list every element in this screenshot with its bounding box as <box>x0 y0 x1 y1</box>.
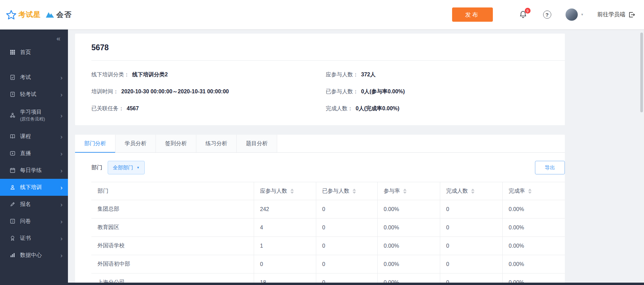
sort-icon[interactable] <box>471 189 475 194</box>
brand-primary-text: 考试星 <box>18 10 41 19</box>
department-table: 部门 应参与人数 已参与人数 参与率 <box>91 182 565 285</box>
analysis-card: 部门分析 学员分析 签到分析 练习分析 题目分析 部门 全部部门 ▼ 导出 <box>75 135 565 285</box>
detail-value: 线下培训分类2 <box>132 71 168 78</box>
chevron-right-icon: › <box>60 150 62 157</box>
sort-icon[interactable] <box>528 189 532 194</box>
tab-question-analysis[interactable]: 题目分析 <box>237 135 277 152</box>
column-header-completion-rate[interactable]: 完成率 <box>502 182 565 200</box>
chevron-right-icon: › <box>60 218 62 225</box>
detail-label: 线下培训分类： <box>91 71 129 78</box>
detail-completed: 完成人数： 0人(完成率0.00%) <box>326 100 565 117</box>
course-book-icon <box>10 133 16 139</box>
detail-label: 已关联任务： <box>91 105 124 112</box>
sidebar-item-exam[interactable]: 考试 › <box>0 69 68 86</box>
table-cell: 0 <box>316 200 377 218</box>
chevron-right-icon: › <box>60 91 62 98</box>
detail-value: 0人(参与率0.00%) <box>361 88 405 95</box>
exit-arrow-icon <box>628 11 635 18</box>
sidebar-collapse-button[interactable]: « <box>0 30 68 44</box>
sidebar-item-course[interactable]: 课程 › <box>0 128 68 145</box>
brand-logo[interactable]: 考试星 会否 <box>0 10 72 20</box>
department-cell: 外国语学校 <box>91 237 254 255</box>
sidebar-item-label: 课程 <box>20 133 60 140</box>
vertical-scrollbar[interactable] <box>640 33 643 112</box>
sort-icon[interactable] <box>403 189 407 194</box>
column-header-participation-rate[interactable]: 参与率 <box>377 182 440 200</box>
tab-checkin-analysis[interactable]: 签到分析 <box>156 135 196 152</box>
table-cell: 0.00% <box>377 200 440 218</box>
sidebar-item-label: 问卷 <box>20 218 60 225</box>
table-cell: 0 <box>254 255 316 273</box>
offline-training-icon <box>10 184 16 190</box>
table-cell: 0.00% <box>377 255 440 273</box>
department-cell: 集团总部 <box>91 200 254 218</box>
detail-category: 线下培训分类： 线下培训分类2 <box>91 66 326 83</box>
sort-icon[interactable] <box>353 189 356 194</box>
header-actions: 发布 9 ? ▼ 前往学员端 <box>452 7 644 22</box>
tab-student-analysis[interactable]: 学员分析 <box>115 135 156 152</box>
portal-label: 前往学员端 <box>597 11 626 18</box>
export-button[interactable]: 导出 <box>535 161 565 174</box>
department-cell: 外国语初中部 <box>91 255 254 273</box>
chevron-right-icon: › <box>60 201 62 208</box>
department-dropdown-value: 全部部门 <box>113 165 133 171</box>
sidebar-item-live[interactable]: 直播 › <box>0 145 68 162</box>
department-filter-label: 部门 <box>91 164 102 171</box>
caret-down-icon: ▼ <box>137 166 140 169</box>
star-logo-icon <box>6 10 16 20</box>
sidebar-item-light-exam[interactable]: 轻考试 › <box>0 86 68 103</box>
table-cell: 0 <box>316 255 377 273</box>
notification-bell[interactable]: 9 <box>519 10 527 19</box>
column-header-completed[interactable]: 完成人数 <box>440 182 502 200</box>
table-row: 外国语学校 1 0 0.00% 0 0.00% <box>91 237 565 255</box>
detail-time: 培训时间： 2020-10-30 00:00:00～2020-10-31 00:… <box>91 83 326 100</box>
chevron-right-icon: › <box>60 235 62 242</box>
training-overview-card: 5678 线下培训分类： 线下培训分类2 培训时间： 2020-10-30 00… <box>75 34 565 125</box>
column-header-expected[interactable]: 应参与人数 <box>254 182 316 200</box>
sidebar-item-survey[interactable]: ? 问卷 › <box>0 213 68 230</box>
sidebar-item-data-center[interactable]: 数据中心 › <box>0 247 68 264</box>
learning-project-icon <box>10 112 16 118</box>
table-row: 集团总部 242 0 0.00% 0 0.00% <box>91 200 565 218</box>
detail-value: 0人(完成率0.00%) <box>356 105 399 112</box>
table-cell: 4 <box>254 218 316 237</box>
exam-icon <box>10 74 16 80</box>
filter-row: 部门 全部部门 ▼ 导出 <box>75 153 565 174</box>
sidebar-item-home[interactable]: 首页 <box>0 44 68 60</box>
detail-label: 已参与人数： <box>326 88 358 95</box>
bottom-bar <box>0 283 644 285</box>
student-portal-link[interactable]: 前往学员端 <box>597 11 636 18</box>
sidebar-item-label: 每日学练 <box>20 167 60 174</box>
collapse-icon: « <box>56 34 60 42</box>
help-icon[interactable]: ? <box>543 11 551 19</box>
detail-expected-participants: 应参与人数： 372人 <box>326 66 565 83</box>
sidebar-item-registration[interactable]: 报名 › <box>0 196 68 213</box>
table-cell: 0 <box>440 237 502 255</box>
sidebar-item-learning-project[interactable]: 学习项目 (原任务流程) › <box>0 103 68 128</box>
chevron-right-icon: › <box>60 133 62 140</box>
table-cell: 0.00% <box>377 237 440 255</box>
sidebar-item-daily-practice[interactable]: 每日学练 › <box>0 162 68 179</box>
chevron-right-icon: › <box>60 74 62 81</box>
department-dropdown[interactable]: 全部部门 ▼ <box>108 161 145 174</box>
tab-department-analysis[interactable]: 部门分析 <box>75 135 115 152</box>
sort-icon[interactable] <box>290 189 294 194</box>
table-cell: 0 <box>440 218 502 237</box>
publish-button[interactable]: 发布 <box>452 7 493 22</box>
detail-actual-participants: 已参与人数： 0人(参与率0.00%) <box>326 83 565 100</box>
sidebar-item-label: 轻考试 <box>20 91 60 98</box>
tab-practice-analysis[interactable]: 练习分析 <box>196 135 237 152</box>
chevron-down-icon: ▼ <box>581 13 584 16</box>
column-header-department: 部门 <box>91 182 254 200</box>
main-content: 5678 线下培训分类： 线下培训分类2 培训时间： 2020-10-30 00… <box>68 30 644 285</box>
user-menu[interactable]: ▼ <box>566 8 584 21</box>
table-cell: 0 <box>440 200 502 218</box>
chevron-right-icon: › <box>60 112 62 119</box>
sidebar-item-offline-training[interactable]: 线下培训 › <box>0 179 68 196</box>
table-row: 教育园区 4 0 0.00% 0 0.00% <box>91 218 565 237</box>
sidebar-item-certificate[interactable]: 证书 › <box>0 230 68 247</box>
table-cell: 0 <box>316 237 377 255</box>
detail-value: 4567 <box>127 106 139 112</box>
column-header-participated[interactable]: 已参与人数 <box>316 182 377 200</box>
survey-question-icon: ? <box>10 218 16 224</box>
